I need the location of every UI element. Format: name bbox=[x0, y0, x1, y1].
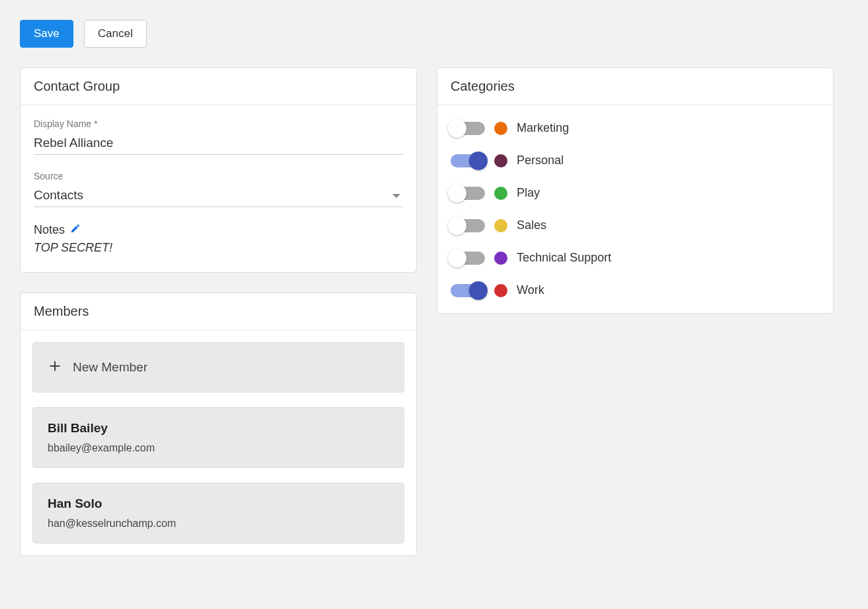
categories-list: MarketingPersonalPlaySalesTechnical Supp… bbox=[437, 105, 833, 313]
contact-group-title: Contact Group bbox=[21, 68, 416, 105]
category-color-icon bbox=[494, 187, 507, 200]
category-toggle[interactable] bbox=[451, 252, 485, 265]
toggle-knob-icon bbox=[448, 119, 466, 138]
new-member-label: New Member bbox=[73, 360, 148, 375]
category-toggle[interactable] bbox=[451, 154, 485, 167]
member-email: han@kesselrunchamp.com bbox=[48, 518, 389, 530]
category-toggle[interactable] bbox=[451, 284, 485, 297]
category-toggle[interactable] bbox=[451, 187, 485, 200]
display-name-label: Display Name * bbox=[34, 118, 403, 129]
notes-content: TOP SECRET! bbox=[34, 241, 403, 255]
contact-group-panel: Contact Group Display Name * Source Note… bbox=[20, 68, 417, 273]
category-label: Play bbox=[517, 186, 540, 200]
toggle-knob-icon bbox=[448, 249, 466, 267]
category-label: Marketing bbox=[517, 121, 569, 135]
category-toggle[interactable] bbox=[451, 219, 485, 232]
category-color-icon bbox=[494, 122, 507, 135]
categories-panel: Categories MarketingPersonalPlaySalesTec… bbox=[437, 68, 834, 314]
new-member-button[interactable]: New Member bbox=[32, 342, 404, 393]
toggle-knob-icon bbox=[469, 281, 488, 300]
category-color-icon bbox=[494, 154, 507, 167]
category-color-icon bbox=[494, 252, 507, 265]
member-card[interactable]: Han Solo han@kesselrunchamp.com bbox=[32, 483, 404, 543]
members-title: Members bbox=[21, 293, 416, 330]
categories-title: Categories bbox=[437, 68, 833, 105]
source-select[interactable] bbox=[34, 184, 403, 207]
category-row: Work bbox=[451, 283, 820, 297]
toggle-knob-icon bbox=[469, 152, 488, 170]
toggle-knob-icon bbox=[448, 216, 466, 235]
category-color-icon bbox=[494, 284, 507, 297]
category-label: Technical Support bbox=[517, 251, 611, 265]
member-name: Bill Bailey bbox=[48, 421, 389, 436]
category-row: Sales bbox=[451, 218, 820, 232]
category-row: Marketing bbox=[451, 121, 820, 135]
category-label: Work bbox=[517, 283, 544, 297]
toolbar: Save Cancel bbox=[20, 20, 848, 48]
plus-icon bbox=[48, 359, 62, 376]
notes-label: Notes bbox=[34, 223, 65, 237]
members-list: New Member Bill Bailey bbailey@example.c… bbox=[21, 330, 416, 555]
pencil-icon[interactable] bbox=[70, 223, 81, 237]
category-label: Personal bbox=[517, 154, 564, 167]
category-row: Personal bbox=[451, 154, 820, 167]
display-name-input[interactable] bbox=[34, 132, 403, 155]
cancel-button[interactable]: Cancel bbox=[84, 20, 147, 48]
member-email: bbailey@example.com bbox=[48, 442, 389, 454]
toggle-knob-icon bbox=[448, 184, 466, 203]
save-button[interactable]: Save bbox=[20, 20, 73, 48]
category-row: Play bbox=[451, 186, 820, 200]
category-toggle[interactable] bbox=[451, 122, 485, 135]
member-name: Han Solo bbox=[48, 496, 389, 511]
member-card[interactable]: Bill Bailey bbailey@example.com bbox=[32, 407, 404, 468]
category-row: Technical Support bbox=[451, 251, 820, 265]
source-label: Source bbox=[34, 171, 403, 181]
members-panel: Members New Member Bill Bailey bbailey@e… bbox=[20, 293, 417, 556]
category-color-icon bbox=[494, 219, 507, 232]
category-label: Sales bbox=[517, 218, 546, 232]
